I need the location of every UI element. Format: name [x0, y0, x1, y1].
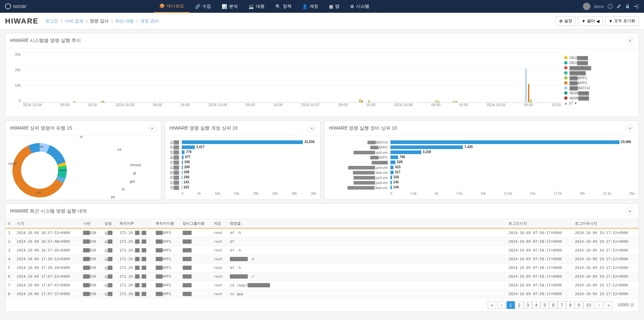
legend-pager[interactable]: ▲ 1/7 ▼ [564, 101, 635, 105]
table-row[interactable]: 12024-10-09 18:57:52+0900▓▓▓036심▓▓172.20… [5, 228, 639, 237]
legend-label: DEV▓▓▓▓ [570, 56, 588, 60]
hbar-row: ▓▓▓APP1796 [328, 155, 635, 159]
table-header[interactable]: 로그아웃시각 [572, 219, 639, 228]
edit-icon[interactable] [616, 4, 622, 9]
table-row[interactable]: 72024-10-09 17:07:47+0900▓▓▓036심▓▓172.20… [5, 281, 639, 290]
legend-item[interactable]: NEW▓▓▓▓ [564, 91, 635, 95]
table-header[interactable]: 장비그룹이름 [180, 219, 211, 228]
tab-0[interactable]: 로그인 [45, 18, 58, 24]
table-cell: 2024-10-09 19:17:52+0900 [572, 290, 639, 299]
page-number-button[interactable]: 5 [540, 301, 549, 309]
info-icon[interactable]: i [607, 4, 613, 9]
hbar-label: ▓▓▓▓▓▓▓▓-test-vm [328, 171, 390, 175]
page-number-button[interactable]: 9 [575, 301, 583, 309]
table-cell: 3 [5, 246, 14, 255]
tab-2[interactable]: 명령 감사 [90, 18, 109, 24]
panel-menu-icon[interactable]: ≡ [148, 124, 156, 132]
legend-item[interactable]: DEV▓▓▓▓ [564, 61, 635, 65]
nav-item-0[interactable]: 🍪대시보드 [154, 0, 190, 13]
nav-item-3[interactable]: 💻대응 [243, 0, 270, 13]
filter-button[interactable]: ▼필터◀ [578, 16, 603, 26]
hbar-label: 심▓▓ [169, 140, 182, 145]
x-tick: 16:00 [88, 103, 97, 113]
table-header[interactable]: 명령줄 [227, 219, 506, 228]
hbar-label: ▓▓▓APP2 [328, 145, 390, 149]
tab-4[interactable]: 계정 관리 [140, 18, 159, 24]
donut-label: su [40, 144, 44, 148]
table-header[interactable]: 계정 [211, 219, 227, 228]
page-prev-button[interactable]: ‹ [497, 301, 505, 309]
logout-icon[interactable] [634, 4, 639, 9]
table-cell: ▓▓▓036 [80, 281, 102, 290]
page-number-button[interactable]: 6 [549, 301, 557, 309]
hbar-value: 345 [183, 160, 190, 164]
legend-item[interactable]: DEV▓▓▓▓ [564, 56, 635, 60]
table-header[interactable]: 로그인시각 [506, 219, 572, 228]
legend-item[interactable]: ▓▓▓APP2 [564, 81, 635, 85]
nav-item-5[interactable]: 👤계정 [297, 0, 324, 13]
table-cell: ▓▓▓APP1 [153, 246, 180, 255]
legend-item[interactable]: NEW▓▓▓▓ [564, 96, 635, 100]
nav-item-1[interactable]: 🔗수집 [190, 0, 216, 13]
hbar-label: ▓▓▓▓▓▓▓▓-prd-vm [328, 176, 390, 180]
page-number-button[interactable]: 10 [583, 301, 594, 309]
hbar-xaxis: 05k10k15k20k25k30k35k [169, 192, 317, 195]
panel-menu-icon[interactable]: ≡ [626, 207, 634, 215]
table-cell: 172.20.▓▓.▓▓ [117, 228, 153, 237]
legend-item[interactable]: ▓▓▓APP1 [564, 76, 635, 80]
lock-icon[interactable] [625, 4, 630, 9]
table-header[interactable]: 시각 [14, 219, 80, 228]
tab-3[interactable]: 차단 대응 [115, 18, 134, 24]
table-cell: 8 [5, 290, 14, 299]
page-number-button[interactable]: 7 [557, 301, 566, 309]
table-row[interactable]: 82024-10-09 17:07:37+0900▓▓▓036심▓▓172.20… [5, 290, 639, 299]
avatar[interactable] [583, 3, 590, 10]
reset-all-button[interactable]: ▼모두 초기화 [605, 16, 639, 26]
chart-bar [525, 68, 527, 102]
panel-title: HIWARE 상위 명령어 유형 15 [10, 125, 72, 131]
page-number-button[interactable]: 2 [515, 301, 523, 309]
nav-item-6[interactable]: ▦앱 [324, 0, 345, 13]
table-header[interactable]: 성명 [102, 219, 117, 228]
table-header[interactable]: # [5, 219, 14, 228]
nav-item-2[interactable]: 📊분석 [216, 0, 243, 13]
page-next-button[interactable]: › [595, 301, 603, 309]
table-row[interactable]: 52024-10-09 17:30:10+0900▓▓▓036심▓▓172.20… [5, 264, 639, 272]
page-number-button[interactable]: 1 [506, 301, 515, 309]
nav-icon: ▦ [329, 4, 333, 9]
page-first-button[interactable]: « [488, 301, 496, 309]
logo[interactable]: sonar [5, 3, 26, 9]
table-row[interactable]: 22024-10-09 18:57:48+0900▓▓▓036심▓▓172.20… [5, 237, 639, 246]
table-header[interactable]: 사번 [80, 219, 102, 228]
legend-item[interactable]: ▓▓▓BATCH [564, 86, 635, 90]
page-number-button[interactable]: 4 [532, 301, 540, 309]
hbar-label: 최▓▓ [169, 145, 182, 150]
table-cell: ▓▓▓036 [80, 228, 102, 237]
username[interactable]: dlenc [594, 4, 604, 9]
tab-1[interactable]: 서버 접속 [65, 18, 84, 24]
page-last-button[interactable]: » [604, 301, 613, 309]
table-cell: 172.20.▓▓.▓▓ [117, 264, 153, 272]
donut-label: rm [37, 190, 41, 194]
settings-button[interactable]: ⚙설정 [555, 16, 576, 26]
legend-item[interactable]: ▓▓▓▓▓▓▓▓ [564, 66, 635, 70]
table-row[interactable]: 32024-10-09 18:57:45+0900▓▓▓036심▓▓172.20… [5, 246, 639, 255]
legend-item[interactable]: ▓▓▓▓▓▓ [564, 71, 635, 75]
table-row[interactable]: 42024-10-09 17:30:13+0900▓▓▓036심▓▓172.20… [5, 255, 639, 264]
panel-menu-icon[interactable]: ≡ [626, 124, 634, 132]
table-cell: 2024-10-09 19:17:52+0900 [572, 246, 639, 255]
page-number-button[interactable]: 8 [566, 301, 575, 309]
table-header[interactable]: 목적지IP [117, 219, 153, 228]
panel-menu-icon[interactable]: ≡ [308, 124, 316, 132]
table-row[interactable]: 62024-10-09 17:07:53+0900▓▓▓036심▓▓172.20… [5, 272, 639, 281]
donut-label: chmod [130, 163, 141, 167]
nav-item-4[interactable]: 🔍정책 [270, 0, 297, 13]
hbar-label: 김▓▓ [169, 165, 182, 170]
svg-rect-2 [626, 6, 629, 8]
page-number-button[interactable]: 3 [524, 301, 532, 309]
nav-item-7[interactable]: ⚙시스템 [345, 0, 375, 13]
table-header[interactable]: 목적지이름 [153, 219, 180, 228]
hbar-fill [390, 150, 421, 154]
chart-bar [101, 101, 102, 102]
panel-menu-icon[interactable]: ≡ [626, 37, 634, 45]
